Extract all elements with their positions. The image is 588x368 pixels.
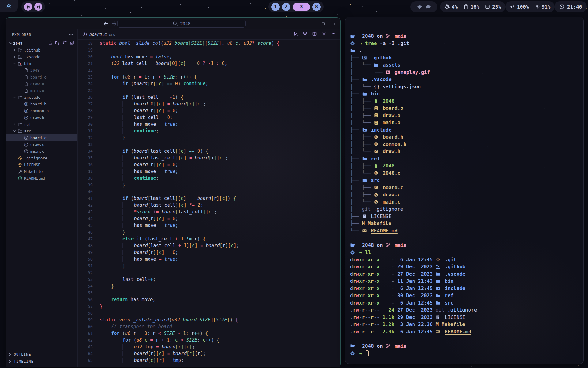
code-line[interactable]: 47 else if (last_cell + 1 != r) {: [78, 236, 340, 242]
code-line[interactable]: 59static void _rotate_board(u32 board[SI…: [78, 316, 340, 323]
code-line[interactable]: 63 u32 tmp = board[r][c];: [78, 343, 340, 350]
explorer-item-main.o[interactable]: main.o: [6, 87, 77, 94]
explorer-item-.gitignore[interactable]: .gitignore: [6, 155, 77, 161]
code-line[interactable]: 60 // transpose the board: [78, 323, 340, 330]
code-line[interactable]: 26 if (last_cell == -1) {: [78, 94, 340, 101]
workspace-2[interactable]: 2: [282, 3, 290, 11]
code-line[interactable]: 52: [78, 269, 340, 276]
explorer-item-board.h[interactable]: Hboard.h: [6, 101, 77, 107]
explorer-item-include[interactable]: include: [6, 94, 77, 101]
code-line[interactable]: 20 bool has_move = false;: [78, 53, 340, 60]
code-line[interactable]: 22: [78, 67, 340, 74]
code-line[interactable]: 33: [78, 141, 340, 148]
code-editor[interactable]: 18static bool _slide_col(u32 board[SIZE]…: [78, 40, 340, 367]
timeline-panel-header[interactable]: TIMELINE: [6, 358, 77, 365]
editor-action-gear[interactable]: [303, 31, 307, 37]
code-line[interactable]: 36 board[r][c] = 0;: [78, 161, 340, 168]
code-line[interactable]: 31 continue;: [78, 128, 340, 134]
code-line[interactable]: 65 board[c][r] = tmp;: [78, 357, 340, 364]
explorer-root-folder[interactable]: 2048: [6, 40, 77, 47]
editor-action-split[interactable]: [312, 31, 317, 37]
arrow-right-icon[interactable]: [111, 21, 117, 27]
explorer-item-license[interactable]: LICENSE: [6, 161, 77, 168]
code-line[interactable]: 42 board[last_cell][c] *= 2;: [78, 202, 340, 209]
code-line[interactable]: 64 board[r][c] = board[c][r];: [78, 350, 340, 357]
code-line[interactable]: 46 }: [78, 229, 340, 236]
editor-titlebar[interactable]: 2048: [6, 18, 340, 29]
explorer-item-bin[interactable]: bin: [6, 60, 77, 67]
code-line[interactable]: 24 if (board[r][c] == 0) continue;: [78, 80, 340, 87]
explorer-item-board.o[interactable]: board.o: [6, 74, 77, 80]
explorer-item-src[interactable]: {}src: [6, 128, 77, 134]
explorer-item-readme.md[interactable]: README.md: [6, 175, 77, 182]
code-line[interactable]: 25: [78, 87, 340, 94]
editor-action-run[interactable]: [293, 31, 298, 37]
code-line[interactable]: 50 has_move = true;: [78, 256, 340, 263]
code-line[interactable]: 43 *score += board[last_cell][c];: [78, 209, 340, 215]
code-line[interactable]: 21 i32 last_cell = board[0][c] == 0 ? -1…: [78, 60, 340, 67]
code-line[interactable]: 61 for (u8 r = 0; r < SIZE - 1; r++) {: [78, 330, 340, 337]
skip-back-button[interactable]: [24, 3, 32, 11]
code-line[interactable]: 32 }: [78, 134, 340, 141]
command-center-search[interactable]: 2048: [117, 20, 246, 28]
code-line[interactable]: 38 continue;: [78, 175, 340, 182]
code-line[interactable]: 23 for (u8 r = 1; r < SIZE; r++) {: [78, 74, 340, 80]
explorer-item-2048[interactable]: 2048: [6, 67, 77, 74]
workspace-8[interactable]: 8: [312, 3, 321, 11]
code-line[interactable]: 27 board[0][c] = board[r][c];: [78, 101, 340, 107]
code-line[interactable]: 49 board[r][c] = 0;: [78, 249, 340, 256]
code-line[interactable]: 45 has_move = true;: [78, 222, 340, 229]
code-line[interactable]: 18static bool _slide_col(u32 board[SIZE]…: [78, 40, 340, 47]
code-line[interactable]: 57}: [78, 303, 340, 310]
outline-panel-header[interactable]: OUTLINE: [6, 351, 77, 358]
maximize-button[interactable]: [320, 21, 327, 27]
explorer-item-makefile[interactable]: Makefile: [6, 168, 77, 175]
code-line[interactable]: 39 }: [78, 182, 340, 188]
editor-action-more[interactable]: [331, 31, 336, 37]
collapse-all-button[interactable]: [70, 40, 74, 46]
code-line[interactable]: 37 has_move = true;: [78, 168, 340, 175]
code-line[interactable]: 19: [78, 47, 340, 53]
workspace-1[interactable]: 1: [271, 3, 280, 11]
network-status-pill[interactable]: [410, 1, 437, 12]
explorer-item-draw.o[interactable]: draw.o: [6, 80, 77, 87]
minimize-button[interactable]: [309, 21, 316, 27]
code-line[interactable]: 51 }: [78, 263, 340, 269]
explorer-item-common.h[interactable]: Hcommon.h: [6, 107, 77, 114]
code-line[interactable]: 62 for (u8 c = r + 1; c < SIZE; c++) {: [78, 337, 340, 343]
ellipsis-icon[interactable]: [68, 32, 74, 37]
new-folder-button[interactable]: [55, 40, 60, 46]
clock-pill[interactable]: 21:46: [554, 1, 587, 12]
code-line[interactable]: 30 has_move = true;: [78, 121, 340, 128]
launcher-button[interactable]: [0, 0, 18, 12]
code-line[interactable]: 41 if (board[last_cell][c] == board[r][c…: [78, 195, 340, 202]
code-line[interactable]: 28 board[r][c] = 0;: [78, 107, 340, 114]
explorer-item-ref[interactable]: ref: [6, 121, 77, 128]
code-line[interactable]: 53 last_cell++;: [78, 276, 340, 283]
terminal-window[interactable]: 2048 on main → tree -a -I .git .├── .git…: [345, 17, 584, 364]
code-line[interactable]: 54 }: [78, 283, 340, 289]
skip-forward-button[interactable]: [34, 3, 42, 11]
new-file-button[interactable]: [48, 40, 52, 46]
code-line[interactable]: 35 board[last_cell][c] = board[r][c];: [78, 155, 340, 161]
code-line[interactable]: 48 board[last_cell + 1][c] = board[r][c]…: [78, 242, 340, 249]
explorer-item-.vscode[interactable]: .vscode: [6, 53, 77, 60]
code-line[interactable]: 34 if (board[last_cell][c] == 0) {: [78, 148, 340, 155]
refresh-button[interactable]: [62, 40, 67, 46]
explorer-item-board.c[interactable]: Cboard.c: [6, 134, 77, 141]
explorer-item-draw.c[interactable]: Cdraw.c: [6, 141, 77, 148]
close-button[interactable]: [331, 21, 338, 27]
code-line[interactable]: 44 board[r][c] = 0;: [78, 215, 340, 222]
tab-board-c[interactable]: C board.c src: [82, 32, 115, 37]
code-line[interactable]: 55: [78, 289, 340, 296]
code-line[interactable]: 58: [78, 310, 340, 316]
explorer-item-.github[interactable]: .github: [6, 47, 77, 53]
code-line[interactable]: 40: [78, 188, 340, 195]
explorer-item-main.c[interactable]: Cmain.c: [6, 148, 77, 155]
code-line[interactable]: 56 return has_move;: [78, 296, 340, 303]
workspace-3-active[interactable]: 3: [293, 3, 310, 11]
arrow-left-icon[interactable]: [103, 21, 109, 27]
explorer-item-draw.h[interactable]: Hdraw.h: [6, 114, 77, 121]
code-line[interactable]: 29 last_cell = 0;: [78, 114, 340, 121]
audio-network-pill[interactable]: 100%91%: [505, 1, 555, 12]
